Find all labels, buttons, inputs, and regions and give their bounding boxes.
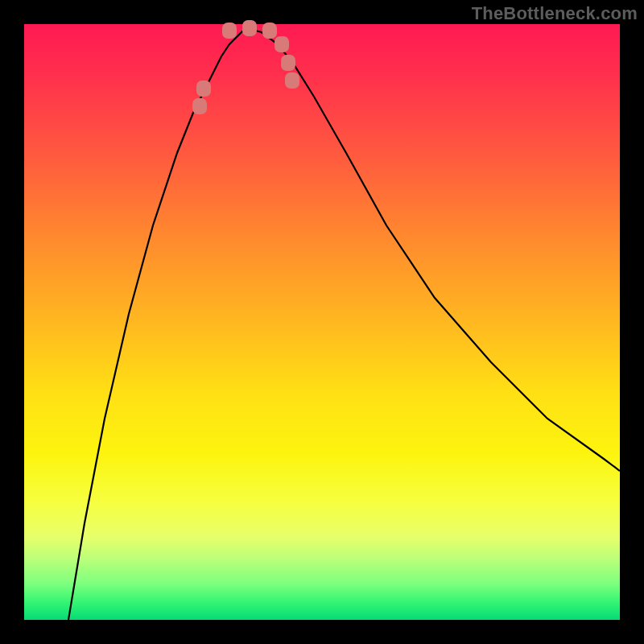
curve-marker xyxy=(196,80,211,97)
bottleneck-curve xyxy=(24,24,620,620)
curve-marker xyxy=(275,36,289,52)
curve-marker xyxy=(222,23,237,39)
curve-marker xyxy=(262,23,277,39)
plot-area xyxy=(24,24,620,620)
curve-marker xyxy=(192,98,207,114)
curve-marker xyxy=(242,20,257,36)
watermark-text: TheBottleneck.com xyxy=(472,3,638,24)
chart-frame: TheBottleneck.com xyxy=(0,0,644,644)
curve-marker xyxy=(285,72,299,89)
curve-marker xyxy=(281,55,295,71)
